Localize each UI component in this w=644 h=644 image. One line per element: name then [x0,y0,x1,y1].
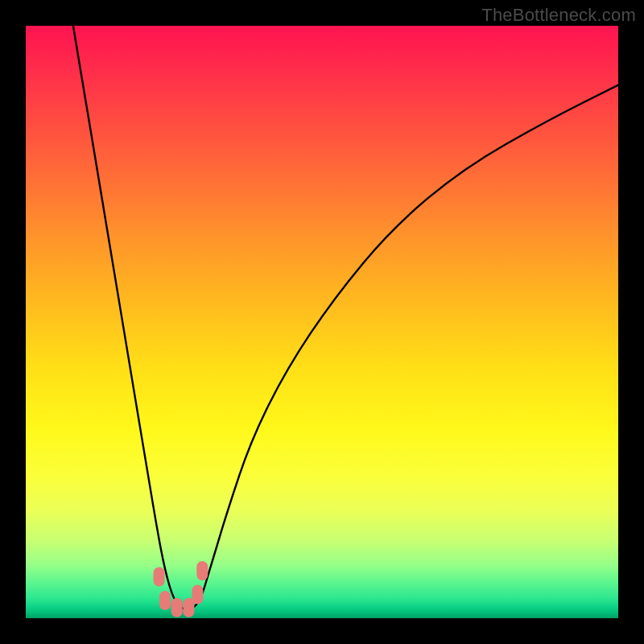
marker-5 [196,561,208,580]
plot-area [26,26,618,618]
chart-frame: TheBottleneck.com [0,0,644,644]
marker-4 [192,585,203,605]
marker-2 [171,598,183,617]
marker-1 [159,591,171,610]
markers-group [154,561,208,617]
bottleneck-curve [73,26,618,609]
curve-svg [26,26,618,618]
watermark-text: TheBottleneck.com [481,5,636,26]
marker-0 [154,568,165,587]
